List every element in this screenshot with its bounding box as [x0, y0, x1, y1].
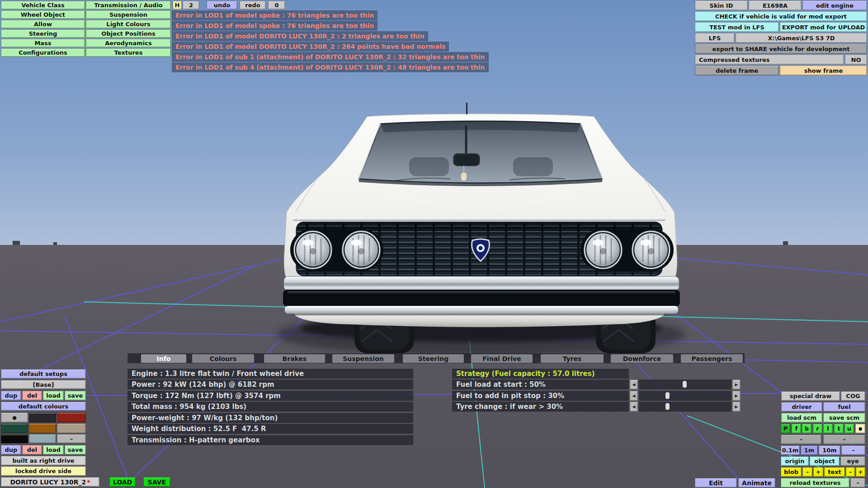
step-count[interactable]: 2 — [183, 1, 199, 9]
text-button[interactable]: text — [824, 467, 845, 477]
fuel-start-slider[interactable] — [639, 380, 731, 389]
redo-button[interactable]: redo — [240, 1, 266, 9]
reload-dash-button[interactable]: – — [850, 478, 865, 488]
fuel-pit-slider-thumb[interactable] — [665, 392, 670, 399]
text-minus-button[interactable]: – — [846, 467, 855, 477]
check-valid-button[interactable]: CHECK if vehicle is valid for mod export — [695, 11, 867, 21]
fuel-start-increase[interactable]: ▶ — [732, 380, 741, 389]
tyre-change-increase[interactable]: ▶ — [732, 402, 741, 412]
toggle-u[interactable]: u — [844, 424, 854, 433]
scale-10m-button[interactable]: 10m — [819, 446, 840, 455]
edit-engine-button[interactable]: edit engine — [802, 0, 867, 10]
fuel-pit-slider[interactable] — [639, 391, 731, 401]
menu-aerodynamics[interactable]: Aerodynamics — [86, 39, 171, 47]
compressed-textures-toggle[interactable]: NO — [845, 55, 867, 65]
toggle-t[interactable]: t — [834, 424, 844, 433]
menu-suspension[interactable]: Suspension — [86, 10, 171, 19]
toggle-b[interactable]: b — [802, 424, 811, 433]
menu-light-colours[interactable]: Light Colours — [86, 20, 171, 28]
fuel-pit-decrease[interactable]: ◀ — [630, 391, 638, 401]
test-mod-button[interactable]: TEST mod in LFS — [695, 22, 779, 32]
menu-vehicle-class[interactable]: Vehicle Class — [1, 1, 85, 9]
menu-configurations[interactable]: Configurations — [1, 48, 85, 57]
default-setups-button[interactable]: default setups — [1, 369, 86, 379]
text-plus-button[interactable]: + — [856, 467, 865, 477]
tab-suspension[interactable]: Suspension — [332, 354, 394, 363]
tab-passengers[interactable]: Passengers — [681, 354, 743, 363]
object-button[interactable]: object — [810, 456, 840, 466]
menu-object-positions[interactable]: Object Positions — [86, 29, 171, 38]
tyre-change-slider-thumb[interactable] — [665, 403, 670, 410]
vehicle-name-field[interactable]: DORITO LUCY 130R_2* — [1, 477, 99, 487]
colour-swatch-3[interactable] — [57, 413, 86, 422]
lfs-path[interactable]: X:\Games\LFS S3 7D — [736, 33, 867, 43]
built-as-right-drive[interactable]: built as right drive — [1, 456, 86, 465]
cog-button[interactable]: COG — [841, 391, 865, 401]
tab-downforce[interactable]: Downforce — [611, 354, 673, 363]
menu-allow[interactable]: Allow — [1, 20, 85, 28]
menu-steering[interactable]: Steering — [1, 29, 85, 38]
eye-button[interactable]: eye — [840, 456, 865, 466]
load-scm-button[interactable]: load scm — [781, 413, 822, 422]
blob-button[interactable]: blob — [781, 467, 802, 477]
save-vehicle-button[interactable]: SAVE — [143, 477, 170, 487]
menu-transmission-audio[interactable]: Transmission / Audio — [86, 1, 171, 9]
dash-right-button[interactable]: – — [823, 435, 865, 444]
fuel-start-slider-thumb[interactable] — [683, 381, 687, 388]
save-scm-button[interactable]: save scm — [823, 413, 865, 422]
menu-wheel-object[interactable]: Wheel Object — [1, 10, 85, 19]
colour-swatch-2[interactable] — [29, 413, 56, 422]
colour-swatch-7[interactable] — [1, 434, 28, 443]
setup-dup-button[interactable]: dup — [1, 391, 21, 400]
colour-swatch-8[interactable] — [29, 434, 56, 443]
toggle-p[interactable]: P — [781, 424, 790, 433]
toggle-dot[interactable]: ● — [855, 424, 865, 433]
tab-colours[interactable]: Colours — [192, 354, 254, 363]
lfs-button[interactable]: LFS — [695, 33, 735, 43]
fuel-start-decrease[interactable]: ◀ — [630, 380, 638, 389]
undo-button[interactable]: undo — [207, 1, 237, 9]
edit-mode-button[interactable]: Edit — [695, 478, 737, 488]
tab-steering[interactable]: Steering — [403, 354, 464, 363]
tyre-change-slider[interactable] — [639, 402, 731, 412]
scale-01m-button[interactable]: 0.1m — [781, 446, 800, 455]
colour-swatch-5[interactable] — [29, 423, 56, 433]
scale-dash-button[interactable]: – — [841, 446, 865, 455]
scale-1m-button[interactable]: 1m — [801, 446, 818, 455]
colour-swatch-4[interactable] — [1, 423, 28, 433]
export-mod-button[interactable]: EXPORT mod for UPLOAD — [780, 22, 867, 32]
compressed-textures-label[interactable]: Compressed textures — [695, 55, 844, 65]
driver-button[interactable]: driver — [781, 402, 822, 412]
colour-load-button[interactable]: load — [43, 445, 64, 455]
load-vehicle-button[interactable]: LOAD — [109, 477, 136, 487]
tab-info[interactable]: Info — [141, 354, 186, 363]
redo-count[interactable]: 0 — [268, 1, 285, 9]
animate-mode-button[interactable]: Animate — [738, 478, 775, 488]
origin-button[interactable]: origin — [781, 456, 809, 466]
setup-save-button[interactable]: save — [65, 391, 86, 400]
colour-swatch-1[interactable]: ● — [1, 413, 28, 422]
toggle-f[interactable]: f — [792, 424, 801, 433]
tab-tyres[interactable]: Tyres — [541, 354, 604, 363]
default-colours-button[interactable]: default colours — [1, 402, 86, 411]
locked-drive-side[interactable]: locked drive side — [1, 466, 86, 476]
setup-load-button[interactable]: load — [43, 391, 64, 400]
colour-dup-button[interactable]: dup — [1, 445, 21, 455]
delete-frame-button[interactable]: delete frame — [695, 66, 779, 75]
show-frame-button[interactable]: show frame — [780, 66, 867, 75]
reload-textures-button[interactable]: reload textures — [781, 478, 849, 488]
blob-minus-button[interactable]: – — [802, 467, 812, 477]
tab-brakes[interactable]: Brakes — [264, 354, 325, 363]
tab-final-drive[interactable]: Final Drive — [471, 354, 533, 363]
colour-del-button[interactable]: del — [22, 445, 42, 455]
menu-textures[interactable]: Textures — [86, 48, 171, 57]
fuel-pit-increase[interactable]: ▶ — [732, 391, 741, 401]
skin-id-value[interactable]: E1698A — [749, 0, 802, 10]
colour-save-button[interactable]: save — [65, 445, 86, 455]
setup-del-button[interactable]: del — [22, 391, 42, 400]
blob-plus-button[interactable]: + — [813, 467, 823, 477]
toggle-r[interactable]: r — [813, 424, 822, 433]
special-draw-button[interactable]: special draw — [781, 391, 840, 401]
skin-id-label[interactable]: Skin ID — [695, 0, 748, 10]
colour-swatch-6[interactable] — [57, 423, 86, 433]
